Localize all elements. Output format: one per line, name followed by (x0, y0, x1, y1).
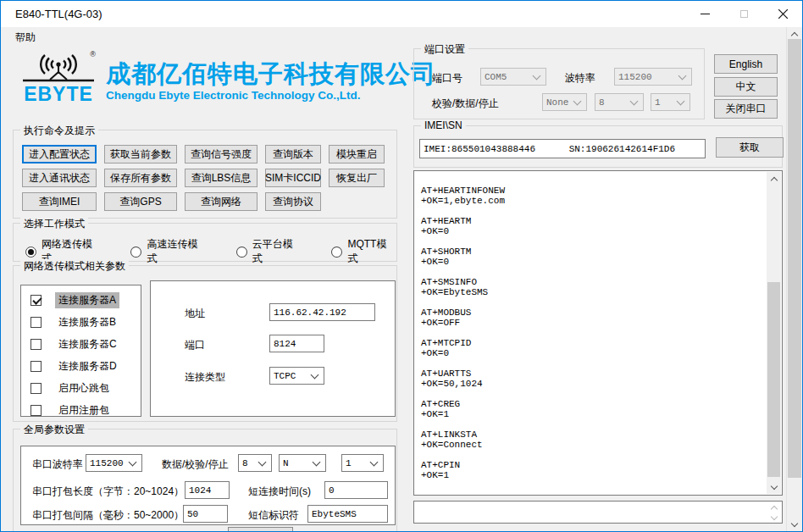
global-params-group: 全局参数设置 串口波特率 115200 数据/校验/停止 8 N 1 串口打包长… (13, 429, 397, 532)
uart-baud-label: 串口波特率 (32, 457, 83, 472)
query-imei-button[interactable]: 查询IMEI (22, 192, 97, 211)
minimize-icon (701, 14, 710, 14)
port-data-select: 8 (595, 93, 644, 111)
short-conn-input[interactable] (324, 481, 388, 499)
hidden-bottom-button[interactable] (228, 527, 293, 532)
imei-sn-group-title: IMEI\SN (421, 119, 466, 131)
commands-group: 执行命令及提示 进入配置状态 获取当前参数 查询信号强度 查询版本 模块重启 进… (13, 130, 397, 219)
radio-cloud-mode[interactable]: 云平台模式 (236, 237, 303, 266)
chevron-up-icon (791, 31, 798, 38)
chevron-down-icon (311, 370, 319, 379)
scroll-up-button[interactable] (767, 172, 781, 186)
get-button[interactable]: 获取 (716, 137, 784, 158)
sim-iccid-button[interactable]: SIM卡ICCID (265, 169, 321, 187)
commands-group-title: 执行命令及提示 (20, 124, 98, 138)
checkbox-register[interactable]: 启用注册包 (30, 402, 113, 418)
chevron-down-icon (370, 457, 379, 466)
title-bar: E840-TTL(4G-03) (1, 1, 802, 27)
checkbox-icon (30, 317, 42, 328)
conn-type-select[interactable]: TCPC (269, 367, 324, 385)
input-spinner[interactable] (772, 504, 777, 522)
data-bits-select[interactable]: 8 (238, 454, 272, 472)
server-checklist: 连接服务器A 连接服务器B 连接服务器C 连接服务器D 启用心跳包 启用注册包 (20, 285, 141, 417)
checklist-label: 启用注册包 (55, 402, 113, 418)
chevron-down-icon (313, 457, 321, 466)
menu-bar: 帮助 (1, 27, 802, 47)
window-scrollbar[interactable] (786, 27, 801, 531)
close-serial-button[interactable]: 关闭串口 (714, 99, 778, 119)
save-params-button[interactable]: 保存所有参数 (104, 169, 177, 187)
checkbox-server-b[interactable]: 连接服务器B (30, 314, 119, 330)
english-button[interactable]: English (714, 54, 778, 74)
scroll-down-button[interactable] (787, 518, 802, 531)
server-detail-panel: 地址 端口 连接类型 TCPC (150, 280, 396, 417)
address-label: 地址 (185, 307, 205, 321)
uart-baud-select[interactable]: 115200 (86, 454, 142, 472)
query-version-button[interactable]: 查询版本 (265, 145, 321, 163)
port-stop-select: 1 (651, 93, 690, 111)
pack-length-label: 串口打包长度（字节：20~1024） (32, 485, 184, 499)
antenna-icon (19, 52, 97, 82)
factory-reset-button[interactable]: 恢复出厂 (329, 169, 385, 187)
close-button[interactable] (763, 1, 802, 27)
port-label: 端口 (185, 338, 205, 352)
global-params-panel: 串口波特率 115200 数据/校验/停止 8 N 1 串口打包长度（字节：20… (20, 446, 396, 525)
scrollbar-thumb[interactable] (767, 282, 780, 477)
chinese-button[interactable]: 中文 (714, 77, 778, 97)
get-params-button[interactable]: 获取当前参数 (104, 145, 177, 163)
menu-item-help[interactable]: 帮助 (9, 27, 42, 47)
com-port-label: 端口号 (432, 71, 462, 86)
scroll-down-button[interactable] (767, 480, 781, 494)
parity-data-stop-label: 校验/数据/停止 (432, 97, 499, 111)
scrollbar-thumb[interactable] (788, 39, 801, 478)
chevron-down-icon (258, 457, 267, 466)
minimize-button[interactable] (685, 1, 724, 27)
checklist-label: 连接服务器D (55, 358, 120, 374)
maximize-icon (740, 10, 748, 18)
radio-icon (236, 247, 247, 258)
short-conn-label: 短连接时间(s) (248, 485, 311, 499)
port-input[interactable] (269, 335, 324, 352)
enter-comm-button[interactable]: 进入通讯状态 (22, 169, 97, 187)
imei-sn-field[interactable]: IMEI:865501043888446 SN:190626142614F1D6 (419, 139, 706, 158)
brand-name: EBYTE (16, 85, 101, 103)
checkbox-server-d[interactable]: 连接服务器D (30, 358, 120, 374)
query-protocol-button[interactable]: 查询协议 (265, 192, 321, 211)
query-network-button[interactable]: 查询网络 (185, 192, 258, 211)
sms-id-input[interactable] (307, 505, 388, 523)
query-gps-button[interactable]: 查询GPS (104, 192, 177, 211)
at-log-textarea[interactable]: AT+HEARTINFONEW +OK=1,ebyte.com AT+HEART… (413, 170, 783, 496)
command-input[interactable] (414, 502, 753, 523)
checkbox-server-c[interactable]: 连接服务器C (30, 336, 120, 352)
maximize-button (724, 1, 763, 27)
chevron-down-icon (678, 71, 687, 80)
radio-high-speed-mode[interactable]: 高速连传模式 (130, 237, 207, 266)
module-restart-button[interactable]: 模块重启 (329, 145, 385, 163)
checklist-label: 启用心跳包 (55, 380, 113, 396)
net-params-group-title: 网络透传模式相关参数 (20, 259, 129, 274)
company-logo: ® EBYTE 成都亿佰特电子科技有限公司 Chengdu Ebyte Elec… (16, 52, 436, 103)
radio-mqtt-mode[interactable]: MQTT模式 (331, 237, 396, 266)
checklist-label: 连接服务器A (55, 292, 119, 308)
checklist-label: 连接服务器C (55, 336, 120, 352)
parity-select[interactable]: N (279, 454, 326, 472)
query-lbs-button[interactable]: 查询LBS信息 (185, 169, 258, 187)
checkbox-heartbeat[interactable]: 启用心跳包 (30, 380, 113, 396)
log-scrollbar[interactable] (767, 172, 781, 494)
query-signal-button[interactable]: 查询信号强度 (185, 145, 258, 163)
chevron-down-icon (630, 97, 639, 105)
conn-type-label: 连接类型 (185, 370, 225, 385)
radio-icon (331, 247, 342, 258)
pack-interval-input[interactable] (183, 505, 228, 523)
chevron-down-icon (129, 457, 137, 466)
stop-bits-select[interactable]: 1 (341, 454, 384, 472)
enter-config-button[interactable]: 进入配置状态 (22, 145, 97, 163)
global-params-group-title: 全局参数设置 (20, 423, 88, 437)
address-input[interactable] (269, 303, 375, 321)
sms-id-label: 短信标识符 (248, 508, 299, 523)
chevron-up-icon (771, 506, 778, 513)
pack-length-input[interactable] (185, 481, 230, 499)
chevron-down-icon (533, 71, 541, 80)
command-input-box[interactable] (413, 501, 783, 524)
checkbox-server-a[interactable]: 连接服务器A (30, 292, 119, 308)
